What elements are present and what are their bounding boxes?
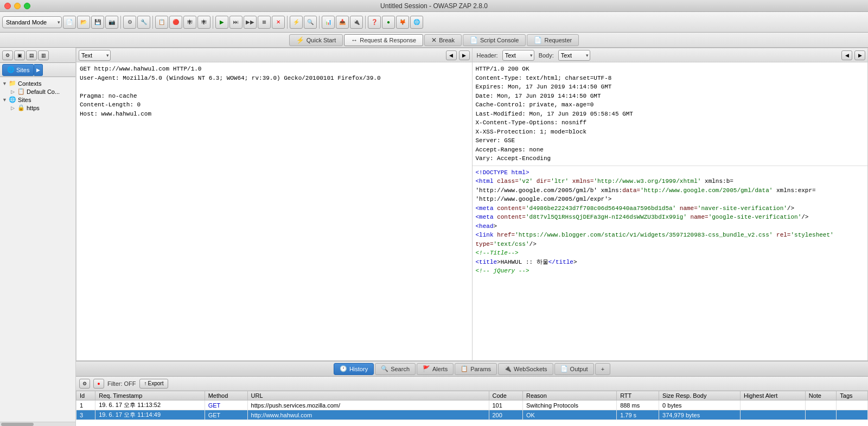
- mode-select[interactable]: Standard Mode Safe Mode Protected Mode A…: [2, 16, 62, 28]
- stop-break-btn[interactable]: ⏹: [258, 16, 271, 29]
- tab-alerts[interactable]: 🚩 Alerts: [417, 363, 454, 375]
- response-header-wrapper[interactable]: Text Header Body: [502, 50, 534, 61]
- properties-btn[interactable]: ⚙: [123, 16, 136, 29]
- table-row[interactable]: 119. 6. 17 오후 11:13:52GEThttps://push.se…: [76, 400, 868, 410]
- tab-websockets[interactable]: 🔌 WebSockets: [498, 363, 553, 375]
- history-icon: 🕐: [340, 365, 347, 372]
- tree-item-https[interactable]: ▷ 🔒 https: [0, 104, 75, 112]
- response-body-wrapper[interactable]: Text Header Body: [558, 50, 590, 61]
- table-cell: [805, 410, 837, 420]
- scan-btn[interactable]: 🔴: [169, 16, 182, 29]
- minimize-button[interactable]: [14, 3, 21, 9]
- request-format-select[interactable]: Text Header Body: [79, 50, 111, 61]
- request-content[interactable]: GET http://www.hahwul.com HTTP/1.0 User-…: [76, 62, 472, 360]
- tree-item-default-context[interactable]: ▷ 📋 Default Co...: [0, 87, 75, 96]
- break-btn[interactable]: ✕: [272, 16, 285, 29]
- tab-history[interactable]: 🕐 History: [334, 363, 374, 375]
- break-label: Break: [439, 37, 455, 43]
- history-record-btn[interactable]: ●: [93, 379, 104, 389]
- sidebar-scrollbar[interactable]: [0, 422, 75, 426]
- sep5: [319, 16, 320, 29]
- response-header-select[interactable]: Text Header Body: [502, 50, 534, 61]
- tab-break[interactable]: ✕ Break: [424, 34, 462, 46]
- response-header-content[interactable]: HTTP/1.0 200 OK Content-Type: text/html;…: [473, 62, 868, 166]
- snapshot-btn[interactable]: 📷: [105, 16, 118, 29]
- sidebar-layout2-btn[interactable]: ▤: [26, 50, 37, 60]
- mode-select-wrapper[interactable]: Standard Mode Safe Mode Protected Mode A…: [2, 16, 62, 28]
- history-settings-btn[interactable]: ⚙: [79, 379, 90, 389]
- spider-btn[interactable]: 🕷: [183, 16, 196, 29]
- tab-add[interactable]: +: [595, 363, 610, 375]
- sites-button[interactable]: 🌐 Sites: [2, 64, 34, 76]
- active-scan-btn[interactable]: ⚡: [290, 16, 303, 29]
- history-table-container[interactable]: Id Req. Timestamp Method URL Code Reason…: [76, 391, 868, 426]
- tab-params[interactable]: 📋 Params: [455, 363, 497, 375]
- tab-request-response[interactable]: ↔ Request & Response: [344, 34, 423, 46]
- export-button[interactable]: ↑ Export: [139, 379, 169, 389]
- sites-tree-label: Sites: [18, 97, 31, 103]
- search-icon: 🔍: [381, 365, 388, 372]
- output-icon: 📄: [560, 365, 568, 372]
- status-btn[interactable]: ●: [382, 16, 395, 29]
- requester-icon: 📄: [534, 36, 542, 44]
- request-response-icon: ↔: [351, 36, 358, 44]
- step-btn[interactable]: ⏭: [229, 16, 242, 29]
- scan-policy-btn[interactable]: 📋: [155, 16, 168, 29]
- https-icon: 🔒: [17, 104, 25, 111]
- response-next-btn[interactable]: ▶: [854, 50, 865, 60]
- col-rtt: RTT: [617, 391, 659, 400]
- tree-item-sites[interactable]: ▼ 🌐 Sites: [0, 96, 75, 104]
- tab-quick-start[interactable]: ⚡ Quick Start: [289, 34, 343, 46]
- table-cell: 888 ms: [617, 400, 659, 410]
- help-btn[interactable]: ❓: [368, 16, 381, 29]
- response-body-content[interactable]: <!DOCTYPE html> <html class='v2' dir='lt…: [473, 166, 868, 361]
- sidebar-settings-btn[interactable]: ⚙: [2, 50, 13, 60]
- request-prev-btn[interactable]: ◀: [446, 50, 457, 60]
- history-toolbar: ⚙ ● Filter: OFF ↑ Export: [76, 377, 868, 391]
- default-context-label: Default Co...: [27, 88, 60, 95]
- tab-requester[interactable]: 📄 Requester: [527, 34, 579, 46]
- window-title: Untitled Session - OWASP ZAP 2.8.0: [380, 2, 488, 10]
- passive-scan-btn[interactable]: 🔍: [304, 16, 317, 29]
- report-btn[interactable]: 📊: [322, 16, 335, 29]
- requester-label: Requester: [544, 37, 572, 43]
- tab-search[interactable]: 🔍 Search: [375, 363, 416, 375]
- sites-arrow-btn[interactable]: ▶: [34, 64, 43, 76]
- col-note: Note: [805, 391, 837, 400]
- response-panel: Header: Text Header Body Body: Text: [473, 48, 869, 361]
- top-tab-bar: ⚡ Quick Start ↔ Request & Response ✕ Bre…: [0, 33, 868, 48]
- tab-script-console[interactable]: 📄 Script Console: [463, 34, 526, 46]
- sep3: [213, 16, 213, 29]
- sidebar-scroll-thumb[interactable]: [1, 423, 34, 426]
- table-cell: [837, 400, 868, 410]
- network-btn[interactable]: 🌐: [410, 16, 423, 29]
- table-cell: 101: [489, 400, 522, 410]
- request-format-wrapper[interactable]: Text Header Body: [79, 50, 111, 61]
- options-btn[interactable]: 🔧: [137, 16, 150, 29]
- firefox-btn[interactable]: 🦊: [396, 16, 409, 29]
- start-btn[interactable]: ▶: [215, 16, 228, 29]
- close-button[interactable]: [4, 3, 11, 9]
- table-cell: 3: [76, 410, 95, 420]
- open-btn[interactable]: 📂: [77, 16, 90, 29]
- tree-item-contexts[interactable]: ▼ 📁 Contexts: [0, 79, 75, 87]
- maximize-button[interactable]: [24, 3, 30, 9]
- ajax-spider-btn[interactable]: 🕷: [197, 16, 210, 29]
- table-cell: [837, 410, 868, 420]
- tab-output[interactable]: 📄 Output: [554, 363, 594, 375]
- col-reason: Reason: [522, 391, 616, 400]
- sidebar-layout1-btn[interactable]: ▣: [14, 50, 25, 60]
- sidebar-layout3-btn[interactable]: ▥: [38, 50, 49, 60]
- save-btn[interactable]: 💾: [91, 16, 104, 29]
- request-next-btn[interactable]: ▶: [459, 50, 470, 60]
- new-session-btn[interactable]: 📄: [63, 16, 76, 29]
- col-id: Id: [76, 391, 95, 400]
- col-timestamp: Req. Timestamp: [95, 391, 205, 400]
- col-code: Code: [489, 391, 522, 400]
- continue-btn[interactable]: ▶▶: [244, 16, 257, 29]
- addon-btn[interactable]: 🔌: [350, 16, 363, 29]
- import-btn[interactable]: 📥: [336, 16, 349, 29]
- response-prev-btn[interactable]: ◀: [841, 50, 852, 60]
- response-body-select[interactable]: Text Header Body: [558, 50, 590, 61]
- table-row[interactable]: 319. 6. 17 오후 11:14:49GEThttp://www.hahw…: [76, 410, 868, 420]
